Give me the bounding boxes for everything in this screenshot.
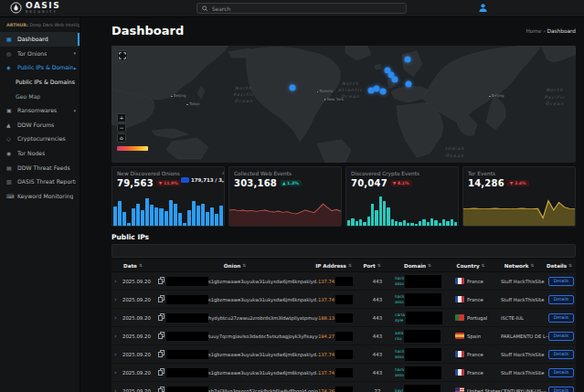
sidebar-item-tor-onions[interactable]: ◎Tor Onions▾ bbox=[0, 47, 80, 61]
chart-bar bbox=[187, 210, 191, 226]
sidebar-item-label: Public IPs & Domains bbox=[16, 79, 75, 85]
table-header: Date⇅Onion⇅IP Address⇅Port⇅Domain⇅Countr… bbox=[111, 260, 576, 272]
column-header-domain: Domain⇅ bbox=[389, 263, 446, 269]
table-row[interactable]: › 2025.09.20 s1gbzmwawe3uyukw31ukysdw6jm… bbox=[111, 272, 576, 291]
table-row[interactable]: › 2025.09.20 s1gbzmwawe3uyukw31ukysdw6jm… bbox=[111, 291, 576, 309]
onion-link[interactable]: sb7al3llyn3nsnrp52cnkfhrkbfjiw8vffbgqid.… bbox=[208, 388, 318, 392]
onion-link[interactable]: hydybtcu27zwwu2zrobrds3m3ldwtpllyatpmuyd… bbox=[208, 315, 318, 321]
copy-icon[interactable] bbox=[158, 279, 163, 284]
chart-bar bbox=[403, 220, 406, 226]
user-avatar-icon[interactable] bbox=[478, 3, 488, 13]
table-row[interactable]: › 2025.09.20 s1gbzmwawe3uyukw31ukysdw6jm… bbox=[111, 364, 576, 382]
onion-link[interactable]: s1gbzmwawe3uyukw31ukysdw6jm6knpaklyd.oni… bbox=[208, 352, 318, 357]
chart-bar bbox=[415, 224, 418, 226]
sidebar-item-cryptocurrencies[interactable]: ◇Cryptocurrencies bbox=[0, 132, 80, 146]
cell-port: 443 bbox=[360, 334, 395, 339]
onion-link[interactable]: s1gbzmwawe3uyukw31ukysdw6jm6knpaklyd.oni… bbox=[208, 279, 318, 284]
chart-bar bbox=[351, 218, 354, 227]
row-expand-icon[interactable]: › bbox=[111, 314, 122, 322]
sidebar-item-tor-nodes[interactable]: ◉Tor Nodes bbox=[0, 146, 80, 161]
sort-icon[interactable]: ⇅ bbox=[428, 263, 431, 268]
row-expand-icon[interactable]: › bbox=[111, 296, 122, 303]
row-expand-icon[interactable]: › bbox=[111, 333, 122, 340]
copy-icon[interactable] bbox=[158, 352, 163, 357]
brand-name: OASIS bbox=[26, 2, 60, 10]
details-button[interactable]: Details bbox=[548, 368, 574, 377]
sidebar-item-ddw-forums[interactable]: ▲DDW Forums bbox=[0, 118, 80, 132]
row-expand-icon[interactable]: › bbox=[111, 278, 122, 285]
column-header-port: Port⇅ bbox=[355, 263, 389, 269]
sidebar-item-public-ips-domains[interactable]: ◈Public IPs & Domains▴ bbox=[0, 60, 80, 75]
map-fullscreen-button[interactable] bbox=[117, 50, 128, 61]
details-button[interactable]: Details bbox=[548, 387, 574, 392]
row-expand-icon[interactable]: › bbox=[111, 369, 122, 376]
chart-bar bbox=[363, 222, 366, 226]
details-button[interactable]: Details bbox=[548, 295, 574, 304]
search-input[interactable] bbox=[212, 5, 401, 12]
map-zoom-in-button[interactable]: + bbox=[117, 113, 126, 122]
cell-network: Stuff HackThisSite bbox=[501, 279, 548, 284]
sidebar-item-dashboard[interactable]: ▦Dashboard bbox=[0, 32, 80, 47]
copy-icon[interactable] bbox=[158, 315, 163, 321]
card-title: Tor Events bbox=[468, 171, 529, 176]
crypto-icon: ◇ bbox=[6, 135, 15, 142]
onion-link[interactable]: tuuy7qcmgiavlso3dadoc5vtszbagjoyk3yfisay… bbox=[208, 334, 318, 339]
sidebar-item-public-ips-domains[interactable]: Public IPs & Domains bbox=[0, 75, 80, 90]
cell-port: 443 bbox=[360, 370, 395, 376]
sidebar-item-label: DDW Forums bbox=[17, 122, 54, 128]
global-search[interactable] bbox=[196, 3, 407, 14]
details-button[interactable]: Details bbox=[548, 277, 574, 286]
sidebar-item-label: Ransomwares bbox=[17, 107, 57, 113]
details-button[interactable]: Details bbox=[548, 313, 574, 323]
table-filter-toolbar[interactable] bbox=[111, 244, 576, 258]
row-expand-icon[interactable]: › bbox=[111, 351, 122, 358]
sort-icon[interactable]: ⇅ bbox=[377, 263, 381, 268]
copy-icon[interactable] bbox=[158, 297, 163, 302]
onion-link[interactable]: s1gbzmwawe3uyukw31ukysdw6jm6knpaklyd.oni… bbox=[208, 370, 318, 376]
copy-icon[interactable] bbox=[158, 370, 163, 376]
chart-bar bbox=[391, 219, 394, 226]
sidebar-item-keyword-monitoring[interactable]: ⌨Keyword Monitoring bbox=[0, 189, 80, 204]
sort-icon[interactable]: ⇅ bbox=[530, 263, 534, 268]
sort-icon[interactable]: ⇅ bbox=[348, 263, 352, 268]
map-marker[interactable] bbox=[290, 85, 296, 91]
map-home-button[interactable]: ⌂ bbox=[117, 133, 126, 143]
map-marker[interactable] bbox=[391, 77, 398, 83]
ocean-label: North Pacific Ocean bbox=[233, 85, 254, 105]
sort-icon[interactable]: ⇅ bbox=[568, 263, 572, 268]
sidebar-item-ransomwares[interactable]: ▣Ransomwares▾ bbox=[0, 103, 80, 118]
brand-logo[interactable]: OASIS SECURITY bbox=[10, 2, 60, 15]
sidebar-item-oasis-threat-reports[interactable]: ▥OASIS Threat Reports bbox=[0, 175, 80, 189]
chart-bar bbox=[127, 223, 131, 226]
chart-bar bbox=[356, 221, 358, 226]
details-button[interactable]: Details bbox=[548, 332, 574, 341]
cell-country-name: United States bbox=[467, 388, 501, 392]
map-marker[interactable] bbox=[380, 88, 387, 94]
node-icon: ◉ bbox=[6, 150, 15, 156]
sort-icon[interactable]: ⇅ bbox=[242, 263, 246, 268]
map-marker[interactable] bbox=[405, 57, 411, 63]
table-row[interactable]: › 2025.09.20 s1gbzmwawe3uyukw31ukysdw6jm… bbox=[111, 345, 576, 364]
table-row[interactable]: › 2025.09.20 hydybtcu27zwwu2zrobrds3m3ld… bbox=[111, 309, 576, 327]
details-button[interactable]: Details bbox=[548, 350, 574, 359]
onion-link[interactable]: s1gbzmwawe3uyukw31ukysdw6jm6knpaklyd.oni… bbox=[208, 297, 318, 302]
sidebar-item-ddw-threat-feeds[interactable]: ▤DDW Threat Feeds bbox=[0, 160, 80, 175]
row-expand-icon[interactable]: › bbox=[111, 387, 122, 392]
chart-bar bbox=[371, 204, 374, 226]
sidebar-item-geo-map[interactable]: Geo Map bbox=[0, 89, 80, 103]
city-label: New York bbox=[324, 97, 344, 101]
map-zoom-out-button[interactable]: − bbox=[117, 123, 126, 132]
table-row[interactable]: › 2025.09.20 tuuy7qcmgiavlso3dadoc5vtszb… bbox=[111, 327, 576, 345]
world-map[interactable]: North Pacific OceanNorth Atlantic OceanN… bbox=[111, 46, 576, 163]
copy-icon[interactable] bbox=[158, 334, 163, 339]
sort-icon[interactable]: ⇅ bbox=[139, 263, 143, 268]
map-marker[interactable] bbox=[406, 81, 412, 88]
breadcrumb-home-link[interactable]: Home bbox=[526, 28, 541, 34]
card-value: 70,047 bbox=[351, 178, 388, 188]
map-marker[interactable] bbox=[374, 86, 380, 92]
copy-icon[interactable] bbox=[158, 388, 163, 392]
table-row[interactable]: › 2025.09.20 sb7al3llyn3nsnrp52cnkfhrkbf… bbox=[111, 382, 576, 392]
sort-icon[interactable]: ⇅ bbox=[482, 263, 485, 268]
redaction-box bbox=[406, 312, 442, 324]
map-marker[interactable] bbox=[367, 87, 374, 93]
